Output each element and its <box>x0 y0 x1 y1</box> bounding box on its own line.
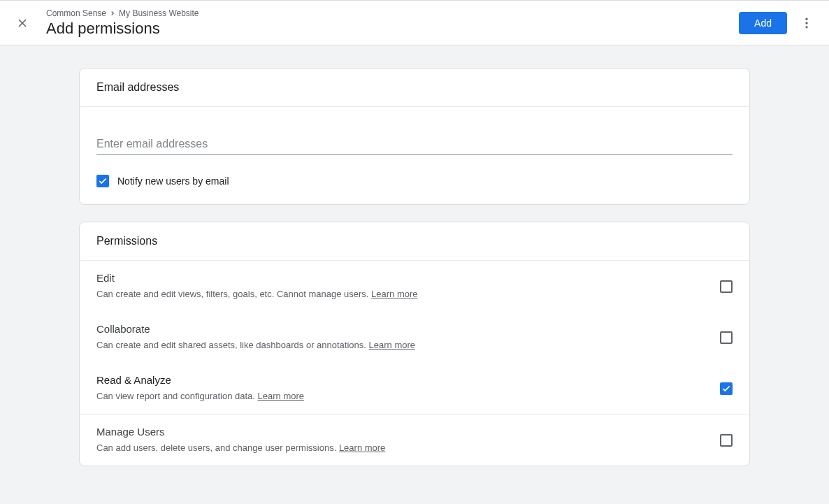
check-icon <box>721 384 731 394</box>
learn-more-link[interactable]: Learn more <box>258 391 304 401</box>
notify-checkbox[interactable] <box>96 175 109 187</box>
permissions-card: Permissions EditCan create and edit view… <box>79 222 750 466</box>
permission-checkbox[interactable] <box>720 434 733 447</box>
permission-checkbox[interactable] <box>720 382 733 395</box>
permissions-card-header: Permissions <box>80 222 749 261</box>
svg-point-2 <box>805 17 807 20</box>
breadcrumb-child[interactable]: My Business Website <box>119 8 199 18</box>
permission-title: Collaborate <box>96 323 706 335</box>
permission-checkbox[interactable] <box>720 280 733 293</box>
email-card-header: Email addresses <box>80 69 749 107</box>
learn-more-link[interactable]: Learn more <box>339 442 385 453</box>
more-menu-button[interactable] <box>793 9 821 37</box>
permissions-list: EditCan create and edit views, filters, … <box>80 261 749 466</box>
permission-title: Read & Analyze <box>96 374 706 386</box>
chevron-right-icon <box>109 10 116 17</box>
svg-point-4 <box>805 26 807 28</box>
permission-title: Edit <box>96 272 706 284</box>
notify-row[interactable]: Notify new users by email <box>96 175 733 187</box>
header-titles: Common Sense My Business Website Add per… <box>46 8 739 38</box>
page-title: Add permissions <box>46 20 739 38</box>
learn-more-link[interactable]: Learn more <box>369 340 415 350</box>
content-area: Email addresses Notify new users by emai… <box>0 45 829 489</box>
add-button[interactable]: Add <box>739 12 787 34</box>
notify-label: Notify new users by email <box>117 175 229 187</box>
permission-checkbox[interactable] <box>720 331 733 344</box>
permission-description: Can create and edit views, filters, goal… <box>96 288 706 301</box>
header-bar: Common Sense My Business Website Add per… <box>0 0 829 45</box>
close-button[interactable] <box>8 9 36 37</box>
breadcrumb: Common Sense My Business Website <box>46 8 739 18</box>
check-icon <box>98 176 108 186</box>
close-icon <box>15 16 29 30</box>
permission-description: Can create and edit shared assets, like … <box>96 339 706 352</box>
email-card: Email addresses Notify new users by emai… <box>79 68 750 205</box>
learn-more-link[interactable]: Learn more <box>371 289 417 299</box>
permission-row: EditCan create and edit views, filters, … <box>80 261 749 312</box>
email-input[interactable] <box>96 134 733 155</box>
permission-row: Read & AnalyzeCan view report and config… <box>80 363 749 414</box>
breadcrumb-parent[interactable]: Common Sense <box>46 8 106 18</box>
more-vert-icon <box>800 16 814 30</box>
permission-description: Can view report and configuration data. … <box>96 390 706 403</box>
permission-title: Manage Users <box>96 426 706 438</box>
permission-row: CollaborateCan create and edit shared as… <box>80 312 749 363</box>
permission-description: Can add users, delete users, and change … <box>96 442 706 454</box>
svg-point-3 <box>805 22 807 24</box>
permission-row: Manage UsersCan add users, delete users,… <box>80 415 749 466</box>
